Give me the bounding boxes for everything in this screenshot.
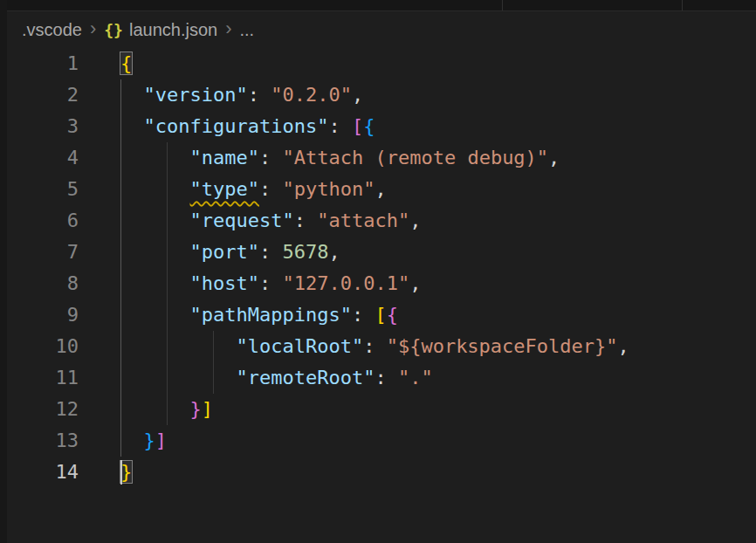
- line-number[interactable]: 13: [0, 425, 79, 457]
- code-token: :: [294, 210, 318, 231]
- breadcrumb-file[interactable]: launch.json: [129, 20, 217, 40]
- code-token: {: [120, 52, 132, 74]
- code-line[interactable]: 2 "version": "0.2.0",: [0, 79, 756, 111]
- code-line[interactable]: 9 "pathMappings": [{: [0, 299, 756, 331]
- code-line[interactable]: 6 "request": "attach",: [0, 205, 756, 237]
- code-line[interactable]: 5 "type": "python",: [0, 174, 756, 205]
- code-text: "type": "python",: [79, 174, 387, 205]
- code-text: "localRoot": "${workspaceFolder}",: [79, 331, 629, 362]
- code-text: }]: [79, 394, 213, 425]
- code-token: [120, 210, 189, 231]
- breadcrumb-folder[interactable]: .vscode: [22, 20, 82, 40]
- line-number[interactable]: 1: [0, 48, 79, 79]
- tab-separator: [682, 0, 683, 10]
- code-token: }: [144, 430, 155, 451]
- code-token: ]: [202, 398, 213, 420]
- code-text: }: [79, 457, 132, 488]
- line-number[interactable]: 5: [0, 174, 79, 205]
- code-token: "0.2.0": [271, 84, 352, 106]
- code-line[interactable]: 14}: [0, 457, 756, 488]
- code-token: "pathMappings": [189, 304, 351, 326]
- code-token: :: [328, 115, 352, 137]
- code-token: [: [375, 304, 386, 326]
- json-file-icon: {}: [104, 21, 123, 39]
- breadcrumb-symbol-ellipsis[interactable]: ...: [239, 20, 254, 40]
- code-token: "request": [189, 210, 293, 231]
- code-text: "name": "Attach (remote debug)",: [79, 142, 560, 174]
- code-line[interactable]: 3 "configurations": [{: [0, 111, 756, 142]
- chevron-right-icon: ›: [90, 19, 96, 38]
- code-token: ]: [155, 430, 167, 451]
- code-token: {: [387, 304, 398, 326]
- code-token: [120, 178, 189, 200]
- line-number[interactable]: 6: [0, 205, 79, 237]
- code-token: :: [248, 84, 271, 106]
- code-token: "127.0.0.1": [282, 272, 409, 294]
- code-token: [120, 430, 144, 451]
- line-number[interactable]: 7: [0, 237, 79, 268]
- tab-separator: [502, 0, 503, 10]
- code-token: [120, 147, 189, 168]
- code-area[interactable]: 1{2 "version": "0.2.0",3 "configurations…: [0, 48, 756, 543]
- code-token: ,: [618, 335, 629, 357]
- code-line[interactable]: 1{: [0, 48, 756, 79]
- code-token: ,: [352, 84, 363, 106]
- code-token: "configurations": [144, 115, 329, 137]
- code-token: "Attach (remote debug)": [282, 147, 548, 168]
- code-token: 5678: [282, 241, 328, 263]
- code-token: :: [363, 335, 387, 357]
- vscode-editor-window: .vscode › {} launch.json › ... 1{2 "vers…: [0, 0, 756, 543]
- code-text: "configurations": [{: [79, 111, 375, 142]
- code-token: :: [259, 272, 283, 294]
- code-token: ,: [548, 147, 560, 168]
- line-number[interactable]: 8: [0, 268, 79, 299]
- line-number[interactable]: 11: [0, 362, 79, 394]
- code-token: "port": [189, 241, 258, 263]
- code-text: }]: [79, 425, 167, 457]
- code-line[interactable]: 4 "name": "Attach (remote debug)",: [0, 142, 756, 174]
- line-number[interactable]: 2: [0, 79, 79, 111]
- code-text: "version": "0.2.0",: [79, 79, 363, 111]
- line-number[interactable]: 3: [0, 111, 79, 142]
- line-number[interactable]: 14: [0, 457, 79, 488]
- line-number[interactable]: 4: [0, 142, 79, 174]
- code-token: [120, 398, 189, 420]
- code-token: [120, 272, 189, 294]
- code-line[interactable]: 13 }]: [0, 425, 756, 457]
- code-token: "localRoot": [236, 335, 363, 357]
- code-text: "remoteRoot": ".": [79, 362, 433, 394]
- code-token: :: [259, 178, 283, 200]
- code-token: }: [120, 461, 132, 483]
- code-token: "host": [189, 272, 258, 294]
- code-token: [120, 335, 236, 357]
- code-token: }: [189, 398, 201, 420]
- line-number[interactable]: 10: [0, 331, 79, 362]
- code-token: "${workspaceFolder}": [387, 335, 618, 357]
- code-token: "version": [144, 84, 248, 106]
- code-token: ,: [409, 210, 421, 231]
- line-number[interactable]: 9: [0, 299, 79, 331]
- code-token: :: [259, 241, 283, 263]
- code-token: ,: [375, 178, 386, 200]
- code-token: ,: [409, 272, 421, 294]
- code-token: "attach": [317, 210, 409, 231]
- code-token: ,: [328, 241, 340, 263]
- code-line[interactable]: 10 "localRoot": "${workspaceFolder}",: [0, 331, 756, 362]
- code-line[interactable]: 7 "port": 5678,: [0, 237, 756, 268]
- code-line[interactable]: 12 }]: [0, 394, 756, 425]
- code-token: :: [375, 367, 398, 388]
- line-number[interactable]: 12: [0, 394, 79, 425]
- code-line[interactable]: 8 "host": "127.0.0.1",: [0, 268, 756, 299]
- code-token: :: [259, 147, 283, 168]
- breadcrumb: .vscode › {} launch.json › ...: [7, 11, 756, 48]
- code-line[interactable]: 11 "remoteRoot": ".": [0, 362, 756, 394]
- code-token: [120, 304, 189, 326]
- tab-bar-edge: [0, 0, 756, 11]
- code-text: "host": "127.0.0.1",: [79, 268, 421, 299]
- code-token: [120, 115, 144, 137]
- code-token: "type": [189, 178, 258, 200]
- code-text: "port": 5678,: [79, 237, 340, 268]
- chevron-right-icon: ›: [225, 19, 231, 38]
- code-token: ".": [398, 367, 433, 388]
- code-token: :: [352, 304, 375, 326]
